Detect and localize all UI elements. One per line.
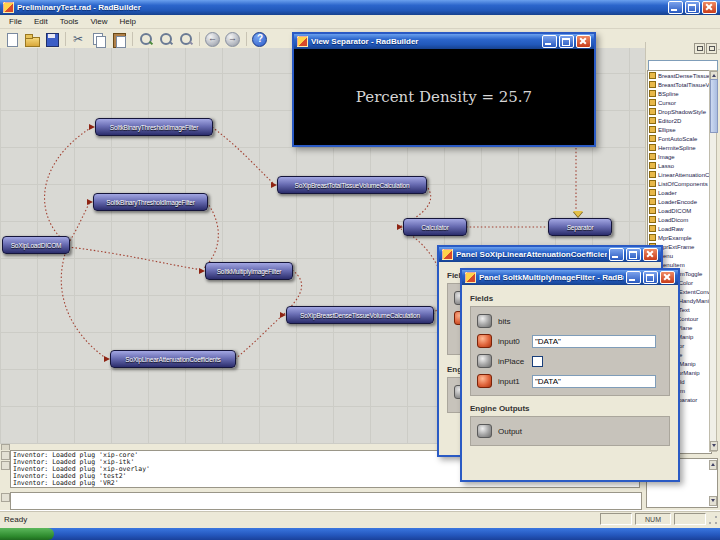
scroll-down-icon[interactable] <box>710 441 718 451</box>
node-type-item[interactable]: BSpline <box>648 89 711 98</box>
node-type-item[interactable]: LinearAttenuationCoefficients <box>648 170 711 179</box>
field-connector-icon[interactable] <box>477 334 492 348</box>
zoom-in-icon[interactable] <box>137 31 155 48</box>
render-viewport[interactable]: Percent Density = 25.7 <box>294 49 594 145</box>
menu-edit[interactable]: Edit <box>28 17 54 26</box>
node-type-item[interactable]: Loader <box>648 188 711 197</box>
maximize-icon[interactable] <box>643 271 658 284</box>
graph-node-soxipbreasttotaltissuevolumecalculation[interactable]: SoXipBreastTotalTissueVolumeCalculation <box>277 176 427 194</box>
node-type-item[interactable]: BreastTotalTissueVolumeCalculation <box>648 80 711 89</box>
node-type-item[interactable]: Image <box>648 152 711 161</box>
graph-node-calculator[interactable]: Calculator <box>403 218 467 236</box>
save-icon[interactable] <box>43 31 61 48</box>
field-connector-icon[interactable] <box>477 354 492 368</box>
app-icon <box>3 2 14 13</box>
node-type-item[interactable]: HermiteSpline <box>648 143 711 152</box>
new-icon[interactable] <box>3 31 21 48</box>
open-icon[interactable] <box>23 31 41 48</box>
node-type-item[interactable]: DropShadowStyle <box>648 107 711 116</box>
sidebar-scrollbar[interactable] <box>709 70 717 452</box>
zoom-out-icon[interactable] <box>157 31 175 48</box>
statusbar: Ready NUM <box>0 510 720 527</box>
node-type-item[interactable]: LoadRaw <box>648 224 711 233</box>
node-type-item[interactable]: LoadDICOM <box>648 206 711 215</box>
node-type-label: Ellipse <box>658 127 676 133</box>
minimize-icon[interactable] <box>542 35 557 48</box>
node-type-item[interactable]: BreastDenseTissueVolumeCalculation <box>648 71 711 80</box>
node-type-item[interactable]: FontAutoScale <box>648 134 711 143</box>
paste-icon[interactable] <box>110 31 128 48</box>
node-type-icon <box>649 207 656 214</box>
main-titlebar[interactable]: PreliminaryTest.rad - RadBuilder <box>0 0 720 15</box>
node-type-item[interactable]: LoaderEncode <box>648 197 711 206</box>
graph-node-separator[interactable]: Separator <box>548 218 612 236</box>
copy-icon[interactable] <box>90 31 108 48</box>
scrollbar-thumb[interactable] <box>710 79 718 133</box>
node-type-label: LoadDICOM <box>658 208 691 214</box>
node-type-item[interactable]: ListOfComponents <box>648 179 711 188</box>
command-input-area[interactable] <box>10 492 642 510</box>
field-connector-icon[interactable] <box>477 314 492 328</box>
minimize-icon[interactable] <box>626 271 641 284</box>
maximize-icon[interactable] <box>559 35 574 48</box>
node-type-icon <box>649 234 656 241</box>
graph-node-soitkbinarythresholdimagefilter[interactable]: SoItkBinaryThresholdImageFilter <box>95 118 213 136</box>
node-type-item[interactable]: Lasso <box>648 161 711 170</box>
node-type-item[interactable]: Editor2D <box>648 116 711 125</box>
restore-icon[interactable] <box>685 1 700 14</box>
menu-file[interactable]: File <box>3 17 28 26</box>
multiply-titlebar[interactable]: Panel SoItkMultiplyImageFilter - RadBuil… <box>462 270 678 285</box>
node-type-item[interactable]: MprExample <box>648 233 711 242</box>
node-type-item[interactable]: Ellipse <box>648 125 711 134</box>
undo-icon[interactable] <box>204 31 222 48</box>
field-connector-icon[interactable] <box>477 374 492 388</box>
input1-value-input[interactable] <box>532 375 656 388</box>
graph-node-soxipbreastdensetissuevolumecalculation[interactable]: SoXipBreastDenseTissueVolumeCalculation <box>286 306 434 324</box>
minimize-icon[interactable] <box>668 1 683 14</box>
field-label: inPlace <box>498 357 532 366</box>
cut-icon[interactable] <box>70 31 88 48</box>
view-window-title: View Separator - RadBuilder <box>311 37 540 46</box>
log-scroll-down-icon[interactable] <box>1 461 10 470</box>
help-icon[interactable] <box>251 31 269 48</box>
status-cell <box>674 513 706 525</box>
graph-node-soitkmultiplyimagefilter[interactable]: SoItkMultiplyImageFilter <box>205 262 293 280</box>
status-text: Ready <box>4 515 27 524</box>
num-lock-indicator: NUM <box>635 513 671 525</box>
output-connector-icon[interactable] <box>477 424 492 438</box>
linatt-titlebar[interactable]: Panel SoXipLinearAttenuationCoefficients… <box>439 247 661 262</box>
view-window-titlebar[interactable]: View Separator - RadBuilder <box>294 34 594 49</box>
close-icon[interactable] <box>702 1 717 14</box>
node-type-label: LoaderEncode <box>658 199 697 205</box>
cmd-gutter-icon[interactable] <box>1 493 10 502</box>
scroll-up-icon[interactable] <box>709 460 717 470</box>
zoom-reset-icon[interactable] <box>177 31 195 48</box>
input0-value-input[interactable] <box>532 335 656 348</box>
maximize-icon[interactable] <box>626 248 641 261</box>
close-icon[interactable] <box>643 248 658 261</box>
close-icon[interactable] <box>576 35 591 48</box>
menu-help[interactable]: Help <box>114 17 142 26</box>
graph-node-soitkbinarythresholdimagefilter[interactable]: SoItkBinaryThresholdImageFilter <box>93 193 208 211</box>
menu-tools[interactable]: Tools <box>54 17 85 26</box>
start-button[interactable] <box>0 528 54 540</box>
pane-close-icon[interactable] <box>706 43 717 54</box>
pane-restore-icon[interactable] <box>694 43 705 54</box>
redo-icon[interactable] <box>224 31 242 48</box>
windows-taskbar <box>0 528 720 540</box>
scroll-down-icon[interactable] <box>709 496 717 506</box>
close-icon[interactable] <box>660 271 675 284</box>
log-scroll-up-icon[interactable] <box>1 451 10 460</box>
menu-view[interactable]: View <box>84 17 113 26</box>
node-type-item[interactable]: LoadDicom <box>648 215 711 224</box>
node-type-icon <box>649 171 656 178</box>
node-type-item[interactable]: Cursor <box>648 98 711 107</box>
minimize-icon[interactable] <box>609 248 624 261</box>
graph-node-soxiplinearattenuationcoefficients[interactable]: SoXipLinearAttenuationCoefficients <box>110 350 236 368</box>
resize-grip[interactable] <box>707 514 719 526</box>
engine-outputs-group: Output <box>470 416 670 446</box>
graph-node-soxiploaddicom[interactable]: SoXipLoadDICOM <box>2 236 70 254</box>
field-label: bits <box>498 317 532 326</box>
inPlace-checkbox[interactable] <box>532 356 543 367</box>
node-label: SoXipBreastDenseTissueVolumeCalculation <box>300 312 420 319</box>
